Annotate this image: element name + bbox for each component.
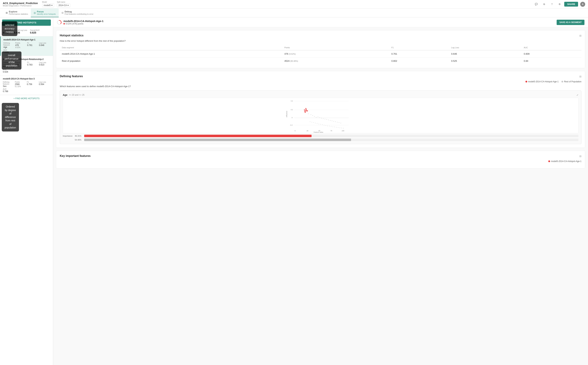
find-more-hotspots-button[interactable]: + FIND MORE HOTSPOTS <box>0 95 53 102</box>
svg-point-43 <box>339 122 339 123</box>
svg-point-46 <box>311 122 312 123</box>
key-features-header: Key important features ▤ <box>60 154 581 158</box>
hotspot-detail-badge: 9.52% (476) points <box>63 22 103 25</box>
svg-point-47 <box>313 122 314 123</box>
svg-point-63 <box>341 128 342 128</box>
svg-point-22 <box>307 110 308 111</box>
right-panel: model5-2014-CA-Hotspot-Age-1 9.52% (476)… <box>53 17 588 365</box>
svg-point-23 <box>305 112 306 113</box>
model-dropdown[interactable]: model5 ▾ <box>42 3 54 7</box>
svg-point-59 <box>334 126 335 127</box>
tab-focus[interactable]: ◎ Focus Identify error hotspots <box>31 8 59 17</box>
stat-log-loss: Overall Log Loss 0.536 <box>14 29 27 34</box>
defining-features-legend: model5-2014-CA-Hotspot-Age-1 Rest of Pop… <box>60 80 581 83</box>
svg-point-40 <box>333 121 334 122</box>
stat-auc: Overall AUC 0.825 <box>30 29 40 34</box>
tab-debug[interactable]: ⊙ Debug Find features contributing to er… <box>59 8 96 17</box>
svg-point-51 <box>320 124 321 125</box>
hotspot-title-area: model5-2014-CA-Hotspot-Age-1 9.52% (476)… <box>57 20 103 25</box>
svg-point-27 <box>311 114 311 115</box>
defining-features-section: Defining features ▤ model5-2014-CA-Hotsp… <box>56 71 585 148</box>
comment-icon-3[interactable]: ▤ <box>579 155 581 157</box>
row1-points: 476 (9.52%) <box>282 50 389 57</box>
expand-icon[interactable]: ⤢ <box>576 94 578 96</box>
svg-point-25 <box>307 111 307 112</box>
metric-points-1: Points 476 9.52% <box>15 42 27 49</box>
svg-point-38 <box>330 120 331 121</box>
split-label: Split name <box>57 1 70 3</box>
badge-dot <box>63 23 65 24</box>
hotspot-item-2[interactable]: model5-2014-CA-Hotspot-Relationship-2 De… <box>0 56 53 75</box>
app-title: ACS_Employment_Prediction <box>3 2 38 5</box>
legend-hotspot: model5-2014-CA-Hotspot-Age-1 <box>526 80 559 83</box>
svg-point-29 <box>314 116 315 117</box>
avatar: A <box>580 2 585 7</box>
table-row-rest: Rest of population 4524 (90.48%) 0.802 0… <box>60 57 581 65</box>
hotspot-3-metrics: Defining features Sex Points 2566 51.32%… <box>3 81 50 93</box>
metric-defining-features: Defining features Age <box>3 42 14 49</box>
svg-point-28 <box>312 115 313 116</box>
svg-text:-0.2: -0.2 <box>290 124 293 126</box>
tab-explore[interactable]: ⊞ Explore Performance statistics <box>3 8 31 17</box>
copy-icon[interactable]: ⧉ <box>541 2 547 7</box>
svg-point-48 <box>315 123 316 124</box>
settings-icon[interactable]: ⚙ <box>557 2 562 7</box>
svg-point-57 <box>331 126 331 127</box>
share-button[interactable]: SHARE <box>564 2 578 7</box>
legend-rest: Rest of Population <box>561 80 581 83</box>
importance-row-gray: 54.46% <box>63 139 578 141</box>
key-legend-hotspot: model5-2014-CA-Hotspot-Age-1 <box>548 160 581 162</box>
svg-text:0.4: 0.4 <box>291 100 293 102</box>
svg-point-35 <box>325 119 325 119</box>
app-title-area: ACS_Employment_Prediction Model Diagnost… <box>3 2 38 7</box>
importance-label: Importance <box>63 135 73 137</box>
main-layout: FIND HOTSPOTS Overall F1 0.797 Overall L… <box>0 17 588 365</box>
col-f1: F1 <box>389 45 449 50</box>
split-dropdown[interactable]: 2014-CA ▾ <box>57 3 70 7</box>
hotspot-detail-title: model5-2014-CA-Hotspot-Age-1 <box>63 20 103 22</box>
importance-bar-orange-container <box>84 135 578 137</box>
svg-point-55 <box>327 126 328 126</box>
app-subtitle: Model Diagnostics / Performance <box>3 5 38 7</box>
svg-text:75: 75 <box>330 130 332 132</box>
svg-text:0: 0 <box>295 130 295 132</box>
legend-orange-dot <box>526 81 527 83</box>
left-panel: FIND HOTSPOTS Overall F1 0.797 Overall L… <box>0 17 53 365</box>
focus-icon: ◎ <box>34 11 36 14</box>
svg-point-31 <box>318 117 318 117</box>
svg-point-42 <box>337 122 338 123</box>
col-auc: AUC <box>522 45 581 50</box>
model-label: Model <box>42 1 54 3</box>
col-log-loss: Log Loss <box>449 45 522 50</box>
svg-point-24 <box>305 108 306 109</box>
key-features-legend: model5-2014-CA-Hotspot-Age-1 <box>60 160 581 162</box>
comment-icon-2[interactable]: ▤ <box>579 75 581 78</box>
comment-icon[interactable]: ▤ <box>579 34 581 37</box>
svg-point-41 <box>335 121 336 122</box>
scatter-chart: 0.4 0.2 0 -0.2 Influence 0 25 50 75 100 … <box>63 98 578 133</box>
defining-features-title: Defining features <box>60 75 83 78</box>
key-legend-orange-dot <box>548 160 550 162</box>
key-features-title: Key important features <box>60 154 91 158</box>
find-hotspots-button[interactable]: FIND HOTSPOTS <box>2 20 51 26</box>
svg-point-54 <box>325 125 326 126</box>
hotspot-item-1[interactable]: model5-2014-CA-Hotspot-Age-1 Defining fe… <box>0 36 53 56</box>
svg-text:100: 100 <box>342 130 344 132</box>
save-segment-button[interactable]: SAVE AS A SEGMENT <box>557 20 584 25</box>
importance-bar-orange <box>84 135 311 137</box>
defining-features-header: Defining features ▤ <box>60 75 581 78</box>
scatter-svg: 0.4 0.2 0 -0.2 Influence 0 25 50 75 100 … <box>63 98 578 133</box>
overall-stats: Overall F1 0.797 Overall Log Loss 0.536 … <box>0 28 53 36</box>
importance-bar-gray <box>84 139 351 141</box>
table-row-hotspot: model5-2014-CA-Hotspot-Age-1 476 (9.52%)… <box>60 50 581 57</box>
svg-point-53 <box>324 125 324 126</box>
top-bar: ACS_Employment_Prediction Model Diagnost… <box>0 0 588 8</box>
hotspot-item-3[interactable]: model5-2014-CA-Hotspot-Sex-3 Defining fe… <box>0 75 53 95</box>
hotspot-detail-header: model5-2014-CA-Hotspot-Age-1 9.52% (476)… <box>53 17 588 27</box>
chat-icon[interactable]: 💬 <box>534 2 539 7</box>
svg-point-52 <box>322 124 323 125</box>
svg-point-61 <box>338 127 338 128</box>
debug-icon: ⊙ <box>61 11 64 14</box>
row2-points: 4524 (90.48%) <box>282 57 389 65</box>
help-icon[interactable]: ? <box>549 2 554 7</box>
